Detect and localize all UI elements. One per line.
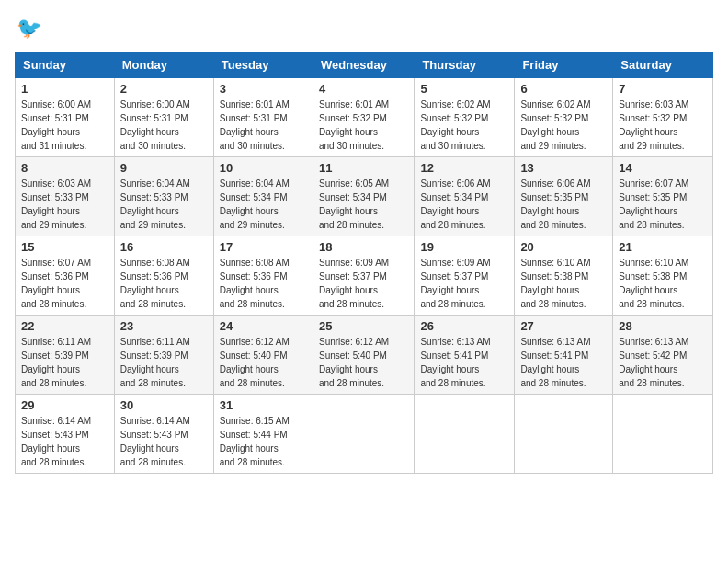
calendar-cell [515, 395, 613, 474]
day-number: 7 [619, 82, 707, 96]
day-number: 26 [420, 319, 508, 333]
calendar-cell: 23 Sunrise: 6:11 AM Sunset: 5:39 PM Dayl… [114, 316, 213, 395]
calendar-cell: 5 Sunrise: 6:02 AM Sunset: 5:32 PM Dayli… [415, 78, 515, 157]
day-number: 9 [120, 161, 208, 175]
calendar-cell: 18 Sunrise: 6:09 AM Sunset: 5:37 PM Dayl… [313, 236, 414, 316]
page-header: 🐦 [15, 15, 713, 44]
day-info: Sunrise: 6:03 AM Sunset: 5:32 PM Dayligh… [619, 98, 707, 153]
day-number: 31 [220, 398, 307, 412]
day-info: Sunrise: 6:09 AM Sunset: 5:37 PM Dayligh… [420, 256, 508, 311]
day-info: Sunrise: 6:02 AM Sunset: 5:32 PM Dayligh… [420, 98, 508, 153]
day-number: 11 [319, 161, 408, 175]
calendar-cell: 7 Sunrise: 6:03 AM Sunset: 5:32 PM Dayli… [613, 78, 713, 157]
day-info: Sunrise: 6:14 AM Sunset: 5:43 PM Dayligh… [120, 414, 208, 469]
calendar-cell: 28 Sunrise: 6:13 AM Sunset: 5:42 PM Dayl… [613, 316, 713, 395]
calendar-header-tuesday: Tuesday [213, 52, 313, 78]
day-number: 30 [120, 398, 208, 412]
calendar-cell: 20 Sunrise: 6:10 AM Sunset: 5:38 PM Dayl… [515, 236, 613, 316]
day-number: 12 [420, 161, 508, 175]
day-info: Sunrise: 6:09 AM Sunset: 5:37 PM Dayligh… [319, 256, 408, 311]
day-number: 21 [619, 240, 707, 254]
day-info: Sunrise: 6:12 AM Sunset: 5:40 PM Dayligh… [319, 335, 408, 390]
calendar-cell: 9 Sunrise: 6:04 AM Sunset: 5:33 PM Dayli… [114, 157, 213, 236]
day-info: Sunrise: 6:13 AM Sunset: 5:41 PM Dayligh… [420, 335, 508, 390]
day-number: 15 [21, 240, 108, 254]
calendar-cell: 17 Sunrise: 6:08 AM Sunset: 5:36 PM Dayl… [213, 236, 313, 316]
calendar-cell: 31 Sunrise: 6:15 AM Sunset: 5:44 PM Dayl… [213, 395, 313, 474]
calendar-cell: 12 Sunrise: 6:06 AM Sunset: 5:34 PM Dayl… [415, 157, 515, 236]
day-info: Sunrise: 6:10 AM Sunset: 5:38 PM Dayligh… [520, 256, 607, 311]
day-info: Sunrise: 6:05 AM Sunset: 5:34 PM Dayligh… [319, 177, 408, 232]
calendar-header-friday: Friday [515, 52, 613, 78]
calendar-cell: 26 Sunrise: 6:13 AM Sunset: 5:41 PM Dayl… [415, 316, 515, 395]
day-info: Sunrise: 6:01 AM Sunset: 5:31 PM Dayligh… [220, 98, 307, 153]
day-info: Sunrise: 6:07 AM Sunset: 5:36 PM Dayligh… [21, 256, 108, 311]
calendar-cell: 27 Sunrise: 6:13 AM Sunset: 5:41 PM Dayl… [515, 316, 613, 395]
day-number: 27 [520, 319, 607, 333]
calendar-cell [313, 395, 414, 474]
day-info: Sunrise: 6:00 AM Sunset: 5:31 PM Dayligh… [21, 98, 108, 153]
calendar-cell: 11 Sunrise: 6:05 AM Sunset: 5:34 PM Dayl… [313, 157, 414, 236]
calendar-cell [613, 395, 713, 474]
day-info: Sunrise: 6:10 AM Sunset: 5:38 PM Dayligh… [619, 256, 707, 311]
day-number: 2 [120, 82, 208, 96]
day-info: Sunrise: 6:13 AM Sunset: 5:41 PM Dayligh… [520, 335, 607, 390]
day-info: Sunrise: 6:04 AM Sunset: 5:34 PM Dayligh… [220, 177, 307, 232]
calendar-week-row: 8 Sunrise: 6:03 AM Sunset: 5:33 PM Dayli… [16, 157, 713, 236]
day-info: Sunrise: 6:06 AM Sunset: 5:35 PM Dayligh… [520, 177, 607, 232]
day-number: 29 [21, 398, 108, 412]
day-info: Sunrise: 6:07 AM Sunset: 5:35 PM Dayligh… [619, 177, 707, 232]
calendar-cell: 25 Sunrise: 6:12 AM Sunset: 5:40 PM Dayl… [313, 316, 414, 395]
day-number: 19 [420, 240, 508, 254]
svg-text:🐦: 🐦 [17, 16, 42, 40]
day-info: Sunrise: 6:14 AM Sunset: 5:43 PM Dayligh… [21, 414, 108, 469]
day-info: Sunrise: 6:03 AM Sunset: 5:33 PM Dayligh… [21, 177, 108, 232]
day-info: Sunrise: 6:13 AM Sunset: 5:42 PM Dayligh… [619, 335, 707, 390]
calendar-cell: 2 Sunrise: 6:00 AM Sunset: 5:31 PM Dayli… [114, 78, 213, 157]
calendar-cell: 24 Sunrise: 6:12 AM Sunset: 5:40 PM Dayl… [213, 316, 313, 395]
calendar-cell: 3 Sunrise: 6:01 AM Sunset: 5:31 PM Dayli… [213, 78, 313, 157]
calendar-header-wednesday: Wednesday [313, 52, 414, 78]
day-info: Sunrise: 6:06 AM Sunset: 5:34 PM Dayligh… [420, 177, 508, 232]
calendar-cell: 21 Sunrise: 6:10 AM Sunset: 5:38 PM Dayl… [613, 236, 713, 316]
day-number: 3 [220, 82, 307, 96]
calendar-week-row: 29 Sunrise: 6:14 AM Sunset: 5:43 PM Dayl… [16, 395, 713, 474]
calendar-week-row: 22 Sunrise: 6:11 AM Sunset: 5:39 PM Dayl… [16, 316, 713, 395]
calendar-header-thursday: Thursday [415, 52, 515, 78]
day-info: Sunrise: 6:02 AM Sunset: 5:32 PM Dayligh… [520, 98, 607, 153]
day-number: 23 [120, 319, 208, 333]
day-number: 20 [520, 240, 607, 254]
day-info: Sunrise: 6:04 AM Sunset: 5:33 PM Dayligh… [120, 177, 208, 232]
logo-icon: 🐦 [15, 15, 44, 44]
day-number: 18 [319, 240, 408, 254]
day-info: Sunrise: 6:00 AM Sunset: 5:31 PM Dayligh… [120, 98, 208, 153]
calendar-header-saturday: Saturday [613, 52, 713, 78]
calendar-cell: 15 Sunrise: 6:07 AM Sunset: 5:36 PM Dayl… [16, 236, 115, 316]
calendar-cell: 6 Sunrise: 6:02 AM Sunset: 5:32 PM Dayli… [515, 78, 613, 157]
calendar-cell: 4 Sunrise: 6:01 AM Sunset: 5:32 PM Dayli… [313, 78, 414, 157]
calendar-cell: 14 Sunrise: 6:07 AM Sunset: 5:35 PM Dayl… [613, 157, 713, 236]
day-number: 28 [619, 319, 707, 333]
day-number: 24 [220, 319, 307, 333]
day-number: 4 [319, 82, 408, 96]
day-info: Sunrise: 6:08 AM Sunset: 5:36 PM Dayligh… [220, 256, 307, 311]
calendar-week-row: 15 Sunrise: 6:07 AM Sunset: 5:36 PM Dayl… [16, 236, 713, 316]
calendar-cell: 1 Sunrise: 6:00 AM Sunset: 5:31 PM Dayli… [16, 78, 115, 157]
calendar-cell: 22 Sunrise: 6:11 AM Sunset: 5:39 PM Dayl… [16, 316, 115, 395]
day-number: 14 [619, 161, 707, 175]
day-number: 5 [420, 82, 508, 96]
day-info: Sunrise: 6:15 AM Sunset: 5:44 PM Dayligh… [220, 414, 307, 469]
day-info: Sunrise: 6:11 AM Sunset: 5:39 PM Dayligh… [21, 335, 108, 390]
calendar-cell: 30 Sunrise: 6:14 AM Sunset: 5:43 PM Dayl… [114, 395, 213, 474]
calendar-header-sunday: Sunday [16, 52, 115, 78]
calendar-cell: 19 Sunrise: 6:09 AM Sunset: 5:37 PM Dayl… [415, 236, 515, 316]
day-number: 22 [21, 319, 108, 333]
calendar-cell: 16 Sunrise: 6:08 AM Sunset: 5:36 PM Dayl… [114, 236, 213, 316]
day-info: Sunrise: 6:08 AM Sunset: 5:36 PM Dayligh… [120, 256, 208, 311]
calendar-cell: 29 Sunrise: 6:14 AM Sunset: 5:43 PM Dayl… [16, 395, 115, 474]
day-info: Sunrise: 6:12 AM Sunset: 5:40 PM Dayligh… [220, 335, 307, 390]
day-number: 13 [520, 161, 607, 175]
day-info: Sunrise: 6:01 AM Sunset: 5:32 PM Dayligh… [319, 98, 408, 153]
day-number: 6 [520, 82, 607, 96]
day-number: 8 [21, 161, 108, 175]
